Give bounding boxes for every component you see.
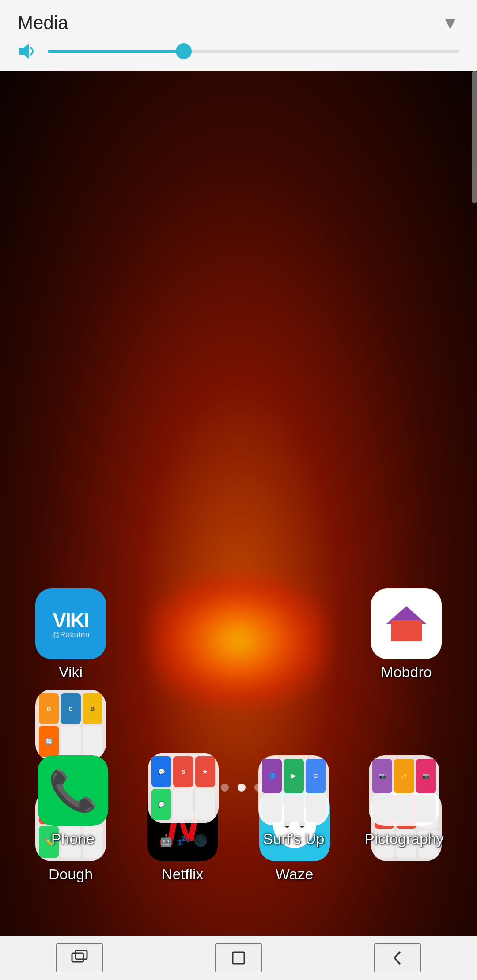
pictography-label: Pictography (360, 830, 448, 848)
tools-mini-3: ★ (195, 756, 215, 787)
recent-apps-button[interactable] (56, 943, 103, 972)
surfsup-mini-empty (262, 795, 282, 823)
viki-icon-img: VIKI @Rakuten (35, 588, 106, 659)
dock-tools[interactable]: 💬 S ★ 💬 🤖 💤 🌑 (139, 753, 227, 848)
crypto-mini-btc: B (39, 693, 59, 724)
home-button[interactable] (215, 943, 262, 972)
surfsup-folder-apps: 🌐 ▶ G (258, 755, 329, 826)
viki-logo-text: VIKI (53, 608, 88, 632)
phone-label: Phone (29, 830, 117, 848)
waze-label: Waze (250, 866, 339, 883)
pict-mini-1: 📷 (372, 759, 392, 793)
tools-mini-2: S (173, 756, 193, 787)
volume-icon (18, 41, 37, 61)
surfsup-mini-2: ▶ (284, 759, 303, 793)
pict-mini-empty3 (416, 795, 436, 823)
crypto-mini-binance: B (83, 693, 102, 724)
app-icon-viki[interactable]: VIKI @Rakuten Viki (26, 588, 115, 681)
bottom-dock: 📞 Phone 💬 S ★ 💬 🤖 💤 🌑 🌐 (0, 753, 477, 848)
dock-phone[interactable]: 📞 Phone (29, 755, 117, 848)
apps-container: VIKI @Rakuten Viki Mobdro B C (0, 71, 477, 892)
viki-sub-text: @Rakuten (52, 630, 89, 640)
svg-rect-1 (72, 953, 83, 962)
back-button[interactable] (374, 943, 421, 972)
mobdro-label: Mobdro (362, 663, 450, 681)
surfsup-mini-empty3 (306, 795, 326, 823)
viki-label: Viki (26, 663, 115, 681)
volume-panel: Media ▼ (0, 0, 477, 71)
tools-sublabel: 🤖 💤 🌑 (159, 834, 208, 848)
phone-icon-img: 📞 (38, 755, 108, 826)
volume-slider[interactable] (48, 50, 459, 53)
tools-mini-empty2 (195, 789, 215, 820)
crypto-mini-empty (61, 726, 80, 757)
tools-folder-apps: 💬 S ★ 💬 (148, 753, 219, 823)
volume-slider-thumb[interactable] (176, 43, 192, 59)
crypto-folder-img: B C B 🔄 (35, 690, 106, 760)
pict-mini-empty (372, 795, 392, 823)
tools-mini-4: 💬 (151, 789, 171, 820)
surfsup-mini-3: G (306, 759, 326, 793)
surfsup-label: Surf's Up (250, 830, 338, 848)
pictography-folder-apps: 📷 ✨ 📷 (369, 755, 439, 826)
pictography-folder-img: 📷 ✨ 📷 (369, 755, 439, 826)
app-row-1: VIKI @Rakuten Viki Mobdro (0, 588, 477, 681)
tools-mini-1: 💬 (151, 756, 171, 787)
chevron-down-icon[interactable]: ▼ (441, 12, 459, 34)
mobdro-icon-img (371, 588, 442, 659)
volume-slider-fill (48, 50, 184, 53)
nav-bar (0, 936, 477, 980)
surfsup-mini-empty2 (284, 795, 303, 823)
pict-mini-2: ✨ (394, 759, 414, 793)
crypto-folder-apps: B C B 🔄 (35, 690, 106, 760)
pict-mini-3: 📷 (416, 759, 436, 793)
mobdro-house-shape (386, 606, 426, 641)
pict-mini-empty2 (394, 795, 414, 823)
tools-folder-img: 💬 S ★ 💬 (148, 753, 219, 823)
svg-marker-0 (19, 43, 29, 59)
dough-label: Dough (26, 866, 115, 883)
dock-surfsup[interactable]: 🌐 ▶ G Surf's Up (250, 755, 338, 848)
crypto-mini-extra: 🔄 (39, 726, 59, 757)
app-icon-mobdro[interactable]: Mobdro (362, 588, 450, 681)
crypto-mini-empty2 (83, 726, 102, 757)
surfsup-mini-1: 🌐 (262, 759, 282, 793)
surfsup-folder-img: 🌐 ▶ G (258, 755, 329, 826)
svg-rect-2 (76, 950, 87, 959)
crypto-mini-coinbase: C (61, 693, 80, 724)
dock-pictography[interactable]: 📷 ✨ 📷 Pictography (360, 755, 448, 848)
svg-rect-3 (233, 952, 244, 964)
phone-icon-shape: 📞 (48, 768, 98, 814)
netflix-label: Netflix (138, 866, 227, 883)
tools-mini-empty (173, 789, 193, 820)
volume-title: Media (18, 12, 68, 34)
